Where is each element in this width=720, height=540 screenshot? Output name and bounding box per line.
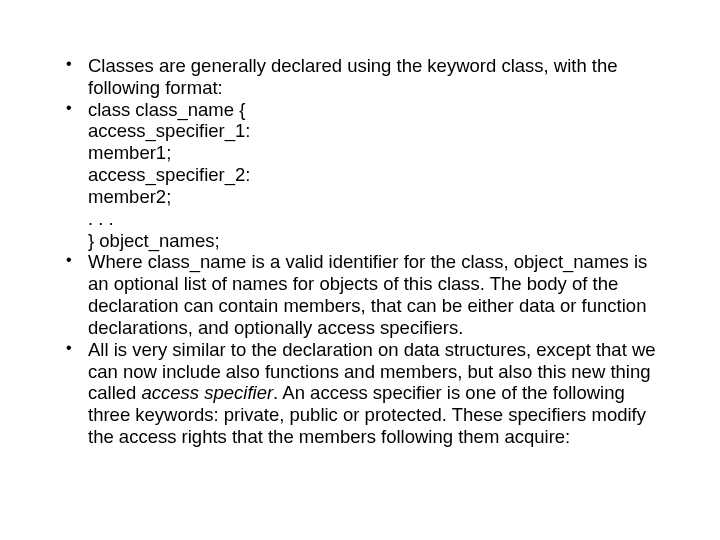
slide-content: Classes are generally declared using the… xyxy=(0,0,720,540)
code-line: class class_name { xyxy=(88,99,660,121)
code-line: access_specifier_2: xyxy=(88,164,660,186)
bullet-item-1: Classes are generally declared using the… xyxy=(60,55,660,99)
code-line: access_specifier_1: xyxy=(88,120,660,142)
code-line: . . . xyxy=(88,208,660,230)
bullet-text: Where class_name is a valid identifier f… xyxy=(88,251,660,338)
bullet-text-emphasis: access specifier xyxy=(141,382,273,403)
bullet-item-2: class class_name { access_specifier_1: m… xyxy=(60,99,660,252)
code-line: member2; xyxy=(88,186,660,208)
bullet-text: Classes are generally declared using the… xyxy=(88,55,660,99)
bullet-item-3: Where class_name is a valid identifier f… xyxy=(60,251,660,338)
bullet-item-4: All is very similar to the declaration o… xyxy=(60,339,660,448)
bullet-list: Classes are generally declared using the… xyxy=(60,55,660,448)
code-line: } object_names; xyxy=(88,230,660,252)
code-line: member1; xyxy=(88,142,660,164)
